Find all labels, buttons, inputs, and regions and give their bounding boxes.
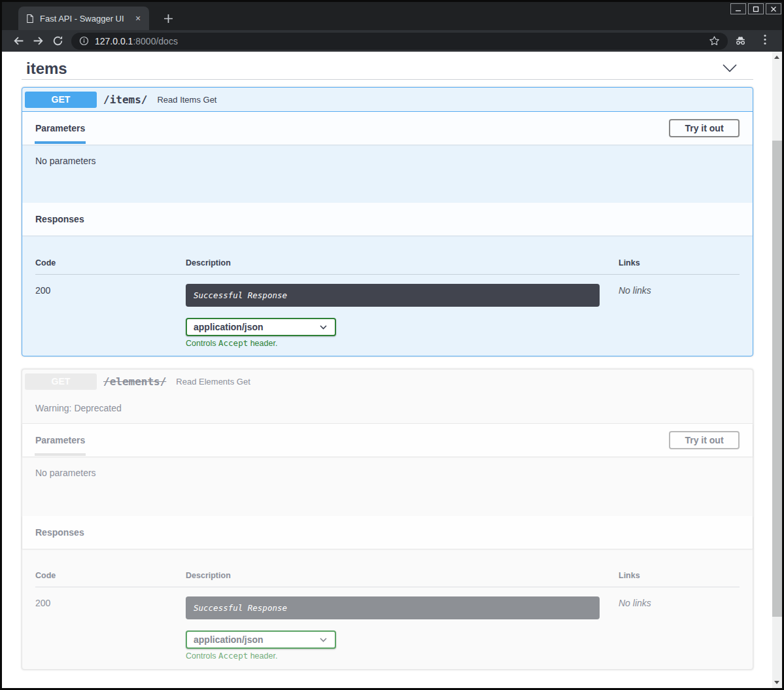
url-text[interactable]: 127.0.0.1:8000/docs (95, 36, 178, 46)
active-tab-underline (35, 141, 86, 144)
url-bar[interactable]: 127.0.0.1:8000/docs (71, 33, 728, 50)
back-arrow-icon[interactable] (9, 32, 28, 50)
responses-title: Responses (35, 527, 84, 538)
minimize-icon[interactable] (730, 3, 746, 14)
media-type-select[interactable]: application/json (186, 630, 336, 649)
response-row: 200 Successful Response application/json… (35, 275, 740, 348)
response-description-cell: Successful Response application/json Con… (186, 284, 619, 348)
endpoint-summary: Read Items Get (157, 95, 216, 105)
description-column-header: Description (186, 258, 619, 267)
select-chevron-down-icon (320, 325, 327, 330)
media-type-select[interactable]: application/json (186, 318, 336, 336)
opblock-get-items: GET /items/ Read Items Get Parameters Tr… (22, 87, 753, 356)
response-description-cell: Successful Response application/json Con… (186, 596, 619, 661)
links-column-header: Links (619, 258, 740, 267)
deprecation-warning-wrapper: Warning: Deprecated (22, 393, 753, 424)
responses-header: Responses (22, 516, 753, 549)
response-description: Successful Response (186, 596, 600, 619)
maximize-icon[interactable] (748, 3, 764, 14)
swagger-ui: items GET /items/ Read Items Get Paramet… (22, 52, 753, 670)
code-column-header: Code (35, 571, 186, 580)
opblock-get-elements-deprecated: GET /elements/ Read Elements Get Warning… (22, 369, 753, 670)
responses-table-head: Code Description Links (35, 559, 740, 587)
endpoint-path: /elements/ (103, 375, 166, 388)
no-parameters-text: No parameters (35, 468, 96, 478)
method-badge: GET (25, 92, 97, 108)
scrollbar-up-arrow-icon[interactable] (774, 56, 779, 59)
browser-window: Fast API - Swagger UI × (0, 0, 784, 690)
response-code: 200 (35, 284, 186, 348)
info-icon[interactable] (79, 36, 89, 46)
select-chevron-down-icon (320, 638, 327, 642)
code-column-header: Code (35, 258, 186, 267)
tag-title: items (22, 60, 722, 78)
responses-header: Responses (22, 203, 753, 235)
forward-arrow-icon[interactable] (28, 32, 48, 50)
parameters-title: Parameters (35, 123, 85, 133)
chevron-down-icon[interactable] (722, 63, 738, 73)
controls-accept-note: Controls Accept header. (186, 338, 619, 348)
parameters-body: No parameters (22, 457, 753, 516)
parameters-body: No parameters (22, 145, 753, 203)
browser-toolbar: 127.0.0.1:8000/docs (2, 30, 782, 52)
toolbar-right (734, 34, 766, 48)
responses-table: Code Description Links 200 Successful Re… (22, 549, 753, 669)
endpoint-summary: Read Elements Get (176, 377, 250, 387)
links-column-header: Links (619, 571, 740, 580)
scrollbar-down-arrow-icon[interactable] (774, 681, 779, 684)
browser-titlebar: Fast API - Swagger UI × (2, 2, 782, 30)
deprecation-warning: Warning: Deprecated (35, 403, 122, 413)
bookmark-star-icon[interactable] (709, 35, 720, 46)
no-parameters-text: No parameters (35, 156, 96, 166)
opblock-summary[interactable]: GET /elements/ Read Elements Get (22, 370, 753, 393)
tab-favicon-document-icon (25, 14, 35, 24)
parameters-header: Parameters Try it out (22, 424, 753, 457)
scrollbar-thumb[interactable] (772, 141, 782, 617)
responses-table: Code Description Links 200 Successful Re… (22, 235, 753, 356)
opblock-summary[interactable]: GET /items/ Read Items Get (22, 88, 753, 112)
parameters-title: Parameters (35, 435, 85, 445)
page-content: items GET /items/ Read Items Get Paramet… (2, 52, 782, 688)
media-type-value: application/json (194, 634, 264, 645)
window-controls (730, 3, 781, 14)
try-it-out-button[interactable]: Try it out (669, 431, 740, 449)
description-column-header: Description (186, 571, 619, 580)
active-tab-underline (35, 453, 86, 456)
browser-tab[interactable]: Fast API - Swagger UI × (18, 7, 149, 30)
try-it-out-button[interactable]: Try it out (669, 119, 740, 137)
media-type-value: application/json (194, 322, 264, 332)
reload-icon[interactable] (48, 32, 67, 50)
tab-close-icon[interactable]: × (132, 12, 144, 24)
menu-dots-icon[interactable] (764, 34, 766, 48)
new-tab-button[interactable] (160, 10, 177, 27)
response-row: 200 Successful Response application/json… (35, 587, 740, 661)
page-scrollbar[interactable] (772, 52, 782, 688)
responses-title: Responses (35, 214, 84, 224)
controls-accept-note: Controls Accept header. (186, 651, 619, 661)
close-window-icon[interactable] (766, 3, 781, 14)
response-description: Successful Response (186, 284, 600, 307)
parameters-header: Parameters Try it out (22, 112, 753, 145)
incognito-icon (734, 35, 747, 47)
response-links: No links (619, 284, 740, 348)
tag-section-header[interactable]: items (22, 52, 753, 80)
responses-table-head: Code Description Links (35, 246, 740, 275)
response-code: 200 (35, 596, 186, 661)
response-links: No links (619, 596, 740, 661)
tab-title: Fast API - Swagger UI (40, 14, 127, 24)
method-badge: GET (25, 373, 97, 390)
endpoint-path: /items/ (103, 94, 147, 106)
